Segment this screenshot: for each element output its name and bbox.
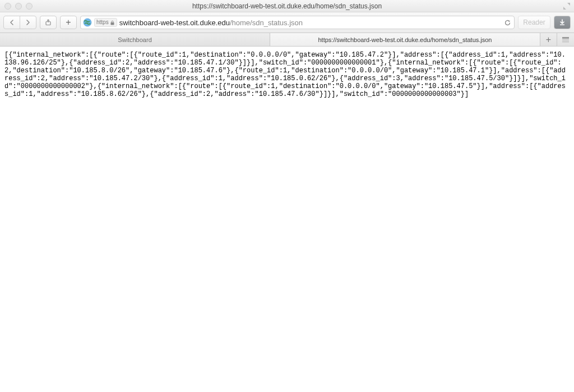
https-label: https [96, 19, 109, 26]
json-body[interactable]: [{"internal_network":[{"route":[{"route_… [0, 47, 574, 103]
svg-rect-4 [562, 37, 569, 39]
downloads-button[interactable] [554, 16, 571, 29]
minimize-window-button[interactable] [15, 3, 22, 10]
address-text: switchboard-web-test.oit.duke.edu/home/s… [119, 19, 303, 27]
browser-toolbar: + https switchboard-web-test.oit.duke.ed… [0, 12, 574, 33]
tab-label: https://switchboard-web-test.oit.duke.ed… [318, 36, 492, 43]
lock-icon [110, 20, 115, 25]
window-title: https://switchboard-web-test.oit.duke.ed… [0, 2, 574, 10]
close-window-button[interactable] [4, 3, 11, 10]
svg-rect-2 [110, 22, 114, 25]
new-tab-button[interactable]: + [540, 33, 557, 46]
nav-buttons-group [3, 16, 36, 29]
reader-label: Reader [523, 19, 545, 26]
svg-rect-6 [562, 41, 569, 42]
tab-bar: × Switchboard × https://switchboard-web-… [0, 33, 574, 47]
traffic-lights [0, 3, 33, 10]
share-button[interactable] [40, 16, 57, 29]
address-host: switchboard-web-test.oit.duke.edu [119, 19, 230, 27]
forward-button[interactable] [20, 16, 36, 29]
svg-rect-5 [562, 39, 569, 40]
address-path: /home/sdn_status.json [230, 19, 303, 27]
favicon-globe-icon [83, 18, 92, 27]
zoom-window-button[interactable] [26, 3, 33, 10]
reload-button[interactable] [503, 18, 512, 27]
tab-switchboard[interactable]: × Switchboard [0, 33, 270, 46]
tab-overflow-button[interactable] [557, 33, 574, 46]
tab-sdn-status[interactable]: × https://switchboard-web-test.oit.duke.… [270, 33, 540, 46]
address-bar[interactable]: https switchboard-web-test.oit.duke.edu/… [80, 16, 515, 29]
tab-label: Switchboard [118, 36, 152, 43]
reader-button[interactable]: Reader [518, 16, 550, 29]
back-button[interactable] [3, 16, 20, 29]
window-titlebar: https://switchboard-web-test.oit.duke.ed… [0, 0, 574, 12]
add-bookmark-button[interactable]: + [60, 16, 77, 29]
plus-icon: + [546, 35, 551, 45]
https-chip: https [94, 18, 117, 27]
svg-point-1 [84, 19, 91, 26]
fullscreen-icon[interactable] [563, 2, 571, 10]
svg-rect-3 [560, 25, 564, 25]
